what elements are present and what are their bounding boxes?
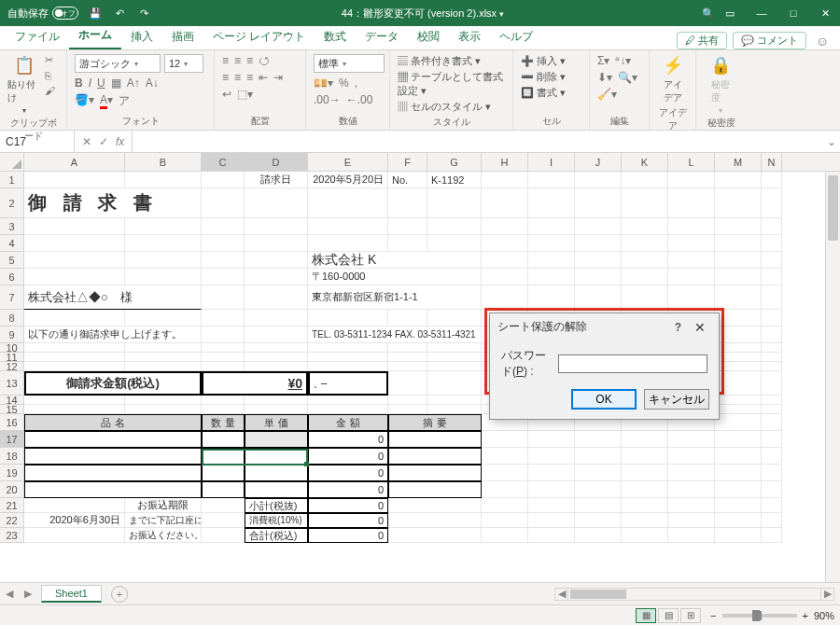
cell[interactable]: 品 名 — [24, 414, 202, 431]
col-header[interactable]: K — [622, 153, 668, 171]
cell[interactable]: までに下記口座に — [125, 513, 202, 528]
ideas-button[interactable]: ⚡アイ デア — [657, 54, 688, 104]
cell[interactable]: K-1192 — [427, 172, 482, 188]
scroll-right-icon[interactable]: ▶ — [820, 589, 833, 600]
align-bottom-icon[interactable]: ≡ — [246, 54, 253, 67]
align-top-icon[interactable]: ≡ — [222, 54, 229, 67]
dialog-help-icon[interactable]: ? — [667, 321, 689, 334]
col-header[interactable]: F — [388, 153, 427, 171]
col-header[interactable]: M — [715, 153, 762, 171]
cell[interactable]: TEL. 03-5311-1234 FAX. 03-5311-4321 — [308, 326, 482, 343]
cell[interactable]: 2020年6月30日 — [24, 513, 125, 528]
cell[interactable]: 2020年5月20日 — [308, 172, 388, 188]
clear-icon[interactable]: 🧹▾ — [597, 88, 617, 101]
name-box[interactable]: C17 — [0, 131, 75, 152]
col-header[interactable]: N — [762, 153, 782, 171]
cell-title[interactable]: 御 請 求 書 — [24, 188, 202, 218]
row-header[interactable]: 20 — [0, 481, 24, 498]
cell[interactable]: 0 — [308, 465, 388, 481]
insert-cells-button[interactable]: ➕ 挿入 ▾ — [521, 54, 566, 68]
bold-icon[interactable]: B — [75, 76, 83, 90]
sheet-nav-prev-icon[interactable]: ◀ — [0, 588, 19, 600]
sort-filter-icon[interactable]: ᵃ↓▾ — [615, 54, 631, 67]
row-header[interactable]: 12 — [0, 362, 24, 371]
cell[interactable]: 摘 要 — [388, 414, 482, 431]
tab-draw[interactable]: 描画 — [162, 25, 203, 49]
cell[interactable]: ¥0 — [202, 371, 308, 396]
sheet-nav-next-icon[interactable]: ▶ — [19, 588, 37, 600]
zoom-out-icon[interactable]: − — [710, 610, 716, 621]
cell[interactable]: 0 — [308, 431, 388, 448]
view-normal-icon[interactable]: ▦ — [636, 608, 656, 623]
format-painter-icon[interactable]: 🖌 — [45, 85, 55, 96]
wrap-text-icon[interactable]: ↩ — [222, 88, 231, 101]
zoom-level[interactable]: 90% — [814, 610, 834, 621]
tab-page-layout[interactable]: ページ レイアウト — [203, 25, 315, 49]
cell[interactable]: 請求日 — [245, 172, 308, 188]
save-icon[interactable]: 💾 — [88, 7, 103, 20]
number-format-select[interactable]: 標準▾ — [314, 54, 385, 73]
col-header[interactable]: H — [482, 153, 528, 171]
underline-icon[interactable]: U — [97, 76, 105, 90]
cell[interactable] — [245, 431, 308, 448]
share-button[interactable]: 🖊 共有 — [677, 32, 727, 49]
align-middle-icon[interactable]: ≡ — [234, 54, 241, 67]
tab-file[interactable]: ファイル — [6, 25, 69, 49]
cell[interactable]: 0 — [308, 448, 388, 465]
view-page-break-icon[interactable]: ⊞ — [680, 608, 701, 623]
cell[interactable] — [388, 431, 482, 448]
vertical-scrollbar[interactable] — [825, 172, 840, 582]
row-header[interactable]: 18 — [0, 448, 24, 465]
cell-styles-button[interactable]: ▥ セルのスタイル ▾ — [398, 100, 491, 114]
horizontal-scrollbar[interactable]: ◀ ▶ — [554, 588, 834, 601]
format-as-table-button[interactable]: ▦ テーブルとして書式設定 ▾ — [398, 70, 505, 98]
row-header[interactable]: 6 — [0, 269, 24, 285]
row-header[interactable]: 16 — [0, 414, 24, 431]
ok-button[interactable]: OK — [571, 389, 637, 410]
indent-increase-icon[interactable]: ⇥ — [273, 71, 283, 84]
row-header[interactable]: 15 — [0, 405, 24, 414]
merge-icon[interactable]: ⬚▾ — [237, 88, 253, 101]
indent-decrease-icon[interactable]: ⇤ — [259, 71, 268, 84]
cancel-button[interactable]: キャンセル — [644, 389, 709, 410]
col-header[interactable]: E — [308, 153, 388, 171]
search-icon[interactable]: 🔍 — [702, 7, 715, 20]
font-size-select[interactable]: 12▾ — [164, 54, 203, 73]
row-header[interactable]: 5 — [0, 252, 24, 269]
percent-icon[interactable]: % — [339, 76, 349, 90]
italic-icon[interactable]: I — [89, 76, 91, 90]
cell[interactable]: お振込ください。 — [125, 528, 202, 543]
row-header[interactable]: 22 — [0, 513, 24, 528]
tab-help[interactable]: ヘルプ — [490, 25, 542, 49]
cell[interactable]: 数 量 — [202, 414, 245, 431]
orientation-icon[interactable]: ⭯ — [259, 54, 270, 67]
cell[interactable]: 御請求金額(税込) — [24, 371, 202, 396]
row-header[interactable]: 3 — [0, 218, 24, 235]
col-header[interactable]: D — [245, 153, 308, 171]
row-header[interactable]: 13 — [0, 371, 24, 396]
currency-icon[interactable]: 💴▾ — [314, 76, 333, 90]
select-all-corner[interactable] — [0, 153, 24, 171]
cell[interactable]: 単 価 — [245, 414, 308, 431]
row-header[interactable]: 23 — [0, 528, 24, 543]
col-header[interactable]: C — [202, 153, 245, 171]
row-header[interactable]: 8 — [0, 310, 24, 326]
paste-button[interactable]: 📋貼り付け▾ — [7, 54, 41, 115]
cell[interactable]: 小計(税抜) — [245, 498, 308, 513]
border-icon[interactable]: ▦ — [111, 76, 121, 90]
cell[interactable] — [202, 431, 245, 448]
col-header[interactable]: A — [24, 153, 125, 171]
zoom-in-icon[interactable]: + — [803, 610, 808, 621]
align-left-icon[interactable]: ≡ — [222, 71, 229, 84]
zoom-slider[interactable] — [722, 614, 797, 618]
col-header[interactable]: J — [575, 153, 622, 171]
tab-formulas[interactable]: 数式 — [315, 25, 356, 49]
delete-cells-button[interactable]: ➖ 削除 ▾ — [521, 70, 566, 84]
autosave-toggle[interactable]: 自動保存 オフ — [7, 7, 78, 21]
increase-decimal-icon[interactable]: .00→ — [314, 93, 341, 106]
align-right-icon[interactable]: ≡ — [246, 71, 253, 84]
sheet-tab[interactable]: Sheet1 — [41, 585, 102, 603]
col-header[interactable]: I — [528, 153, 575, 171]
scroll-left-icon[interactable]: ◀ — [555, 589, 568, 600]
phonetic-icon[interactable]: ア — [119, 93, 130, 109]
